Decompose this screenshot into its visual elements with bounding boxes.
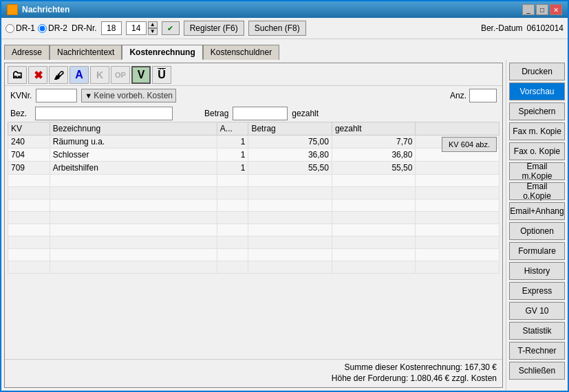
anz-group: Anz. [450, 89, 497, 102]
sidebar-btn-speichern[interactable]: Speichern [509, 102, 565, 120]
delete-icon[interactable]: ✖ [28, 66, 47, 84]
summary-line1: Summe dieser Kostenrechnung: 167,30 € [10, 362, 497, 372]
dr1-radio[interactable] [6, 24, 14, 33]
cell-betrag: 55,50 [248, 162, 332, 175]
content-area: 🗂 ✖ 🖌 A K OP V Ü KVNr. ▼ Keine vorbeh. K… [1, 60, 568, 391]
title-bar: Nachrichten _ □ ✕ [1, 1, 568, 18]
sidebar-btn-vorschau[interactable]: Vorschau [509, 83, 565, 100]
cell-gezahlt: 36,80 [332, 149, 416, 162]
anz-input[interactable] [469, 89, 497, 102]
cell-kv: 704 [8, 149, 50, 162]
keine-dropdown[interactable]: ▼ Keine vorbeh. Kosten [81, 89, 176, 102]
col-bezeichnung: Bezeichnung [50, 122, 217, 135]
col-a: A... [217, 122, 248, 135]
col-betrag: Betrag [248, 122, 332, 135]
spin-buttons: ▲ ▼ [148, 21, 158, 35]
sidebar-btn-email-anhang[interactable]: Email+Anhang [509, 202, 565, 220]
table-row-empty [8, 199, 500, 212]
table-row-empty [8, 175, 500, 187]
close-button[interactable]: ✕ [550, 4, 562, 15]
confirm-button[interactable]: ✔ [162, 21, 180, 35]
dr-nr-input2[interactable] [126, 21, 147, 35]
ber-datum-label: Ber.-Datum [481, 23, 523, 33]
kv-abz-button[interactable]: KV 604 abz. [442, 137, 497, 152]
bez-label: Bez. [10, 109, 31, 118]
spin-down-button[interactable]: ▼ [148, 28, 158, 35]
tab-nachrichtentext[interactable]: Nachrichtentext [50, 45, 122, 60]
cell-bezeichnung: Schlosser [50, 149, 217, 162]
app-icon [7, 4, 18, 15]
bez-row: Bez. Betrag gezahlt [5, 105, 502, 122]
dr1-radio-label[interactable]: DR-1 [6, 23, 35, 33]
suchen-button[interactable]: Suchen (F8) [248, 21, 306, 36]
op-icon[interactable]: OP [111, 66, 130, 84]
main-window: Nachrichten _ □ ✕ DR-1 DR-2 DR-Nr. ▲ ▼ [0, 0, 569, 392]
betrag-label: Betrag [204, 109, 228, 118]
tab-adresse[interactable]: Adresse [4, 45, 50, 60]
sidebar-btn-express[interactable]: Express [509, 282, 565, 300]
cell-extra [416, 162, 500, 175]
a-icon[interactable]: A [69, 66, 89, 84]
table-row-empty [8, 249, 500, 261]
sidebar-btn-t-rechner[interactable]: T-Rechner [509, 342, 565, 360]
u-icon[interactable]: Ü [152, 66, 171, 84]
kvnr-label: KVNr. [10, 91, 32, 100]
anz-label: Anz. [450, 91, 466, 100]
cell-kv: 240 [8, 135, 50, 149]
cell-betrag: 75,00 [248, 135, 332, 149]
table-row-empty [8, 224, 500, 237]
sidebar-btn-email-o-kopie[interactable]: Email o.Kopie [509, 182, 565, 200]
maximize-button[interactable]: □ [536, 4, 548, 15]
gezahlt-label: gezahlt [292, 109, 319, 118]
dr-nr-input1[interactable] [101, 21, 122, 35]
k-icon[interactable]: K [90, 66, 109, 84]
kvnr-row: KVNr. ▼ Keine vorbeh. Kosten Anz. [5, 86, 502, 105]
toolbar: 🗂 ✖ 🖌 A K OP V Ü [5, 63, 502, 86]
dr2-radio[interactable] [38, 24, 47, 33]
cell-a: 1 [217, 162, 248, 175]
sidebar-btn-optionen[interactable]: Optionen [509, 222, 565, 240]
table-row[interactable]: 709 Arbeitshilfen 1 55,50 55,50 [8, 162, 500, 175]
ber-datum-group: Ber.-Datum 06102014 [481, 23, 563, 33]
sidebar-btn-formulare[interactable]: Formulare [509, 242, 565, 260]
table-row-empty [8, 237, 500, 249]
spin-up-button[interactable]: ▲ [148, 21, 158, 28]
tab-kostenrechnung[interactable]: Kostenrechnung [122, 45, 202, 60]
dr2-label: DR-2 [48, 23, 67, 33]
tab-content: 🗂 ✖ 🖌 A K OP V Ü KVNr. ▼ Keine vorbeh. K… [4, 63, 503, 388]
dr-nr-label: DR-Nr. [72, 23, 97, 33]
sidebar-btn-schliessen[interactable]: Schließen [509, 362, 565, 380]
folder-icon[interactable]: 🗂 [8, 66, 27, 84]
sidebar-btn-fax-m-kopie[interactable]: Fax m. Kopie [509, 122, 565, 140]
main-panel: 🗂 ✖ 🖌 A K OP V Ü KVNr. ▼ Keine vorbeh. K… [1, 60, 506, 391]
cell-betrag: 36,80 [248, 149, 332, 162]
table-row-empty [8, 187, 500, 199]
v-icon[interactable]: V [131, 66, 151, 84]
sidebar-btn-statistik[interactable]: Statistik [509, 322, 565, 340]
table-row-empty [8, 261, 500, 274]
dr2-radio-label[interactable]: DR-2 [38, 23, 67, 33]
cell-bezeichnung: Räumung u.a. [50, 135, 217, 149]
bez-input[interactable] [35, 107, 173, 120]
table-row[interactable]: 704 Schlosser 1 36,80 36,80 [8, 149, 500, 162]
minimize-button[interactable]: _ [522, 4, 535, 15]
cell-gezahlt: 7,70 [332, 135, 416, 149]
brush-icon[interactable]: 🖌 [49, 66, 68, 84]
cell-bezeichnung: Arbeitshilfen [50, 162, 217, 175]
table-row[interactable]: 240 Räumung u.a. 1 75,00 7,70 [8, 135, 500, 149]
dr-nr-spin-group: ▲ ▼ [126, 21, 158, 35]
sidebar-btn-fax-o-kopie[interactable]: Fax o. Kopie [509, 142, 565, 160]
sidebar-btn-drucken[interactable]: Drucken [509, 63, 565, 80]
tab-kostenschuldner[interactable]: Kostenschuldner [203, 45, 279, 60]
sidebar-btn-gv10[interactable]: GV 10 [509, 302, 565, 320]
register-button[interactable]: Register (F6) [184, 21, 244, 36]
sidebar-btn-history[interactable]: History [509, 262, 565, 280]
kvnr-input[interactable] [36, 89, 77, 102]
betrag-input[interactable] [233, 107, 288, 120]
cell-a: 1 [217, 135, 248, 149]
sidebar-btn-email-m-kopie[interactable]: Email m.Kopie [509, 162, 565, 180]
window-title: Nachrichten [22, 5, 69, 14]
sidebar: DruckenVorschauSpeichernFax m. KopieFax … [506, 60, 568, 391]
col-extra [416, 122, 500, 135]
table-row-empty [8, 212, 500, 224]
